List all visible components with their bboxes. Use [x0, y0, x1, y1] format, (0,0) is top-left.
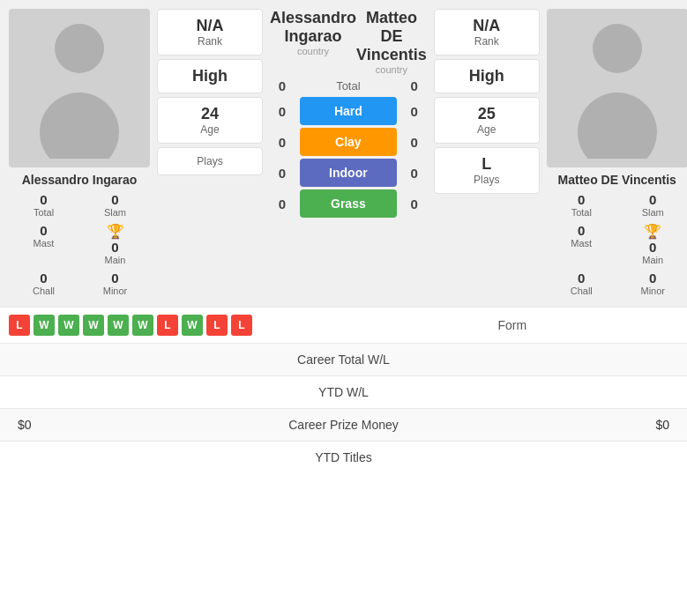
right-high-value: High [442, 67, 532, 85]
right-slam-cell: 0 Slam [618, 190, 687, 219]
left-total-value: 0 [40, 192, 47, 207]
form-section: L W W W W W L W L L Form [0, 307, 687, 343]
right-minor-value: 0 [649, 271, 656, 286]
left-player-avatar [9, 9, 150, 167]
right-main-value: 0 [649, 240, 656, 255]
form-badges-left: L W W W W W L W L L [9, 315, 341, 336]
grass-right-score: 0 [402, 197, 427, 212]
form-badge-5: W [108, 315, 129, 336]
right-plays-box: L Plays [434, 147, 540, 194]
ytd-titles-row: YTD Titles [0, 441, 687, 473]
clay-left-score: 0 [270, 135, 295, 150]
total-left-score: 0 [270, 78, 295, 93]
total-section: 0 Total 0 [270, 78, 427, 93]
career-prize-left: $0 [18, 418, 150, 432]
right-rank-box: N/A Rank [434, 9, 540, 56]
left-age-label: Age [165, 123, 255, 136]
career-prize-label: Career Prize Money [150, 418, 537, 432]
left-main-cell: 🏆 0 Main [80, 221, 150, 267]
left-rank-box: N/A Rank [157, 9, 263, 56]
clay-badge: Clay [300, 128, 397, 156]
form-badge-4: W [83, 315, 104, 336]
career-prize-right: $0 [537, 418, 669, 432]
left-name-line1: Alessandro [270, 9, 356, 27]
left-minor-label: Minor [103, 286, 128, 296]
hard-badge: Hard [300, 97, 397, 125]
right-player-name: Matteo DE Vincentis [558, 173, 676, 187]
center-area: Alessandro Ingarao country Matteo DE Vin… [270, 9, 427, 298]
left-trophy-icon: 🏆 [107, 223, 124, 240]
form-badge-7: L [157, 315, 178, 336]
left-plays-label: Plays [165, 155, 255, 167]
indoor-right-score: 0 [402, 166, 427, 181]
right-name-line1: Matteo DE [356, 9, 427, 46]
svg-point-2 [593, 24, 642, 73]
form-badge-1: L [9, 315, 30, 336]
left-mast-label: Mast [34, 238, 55, 249]
left-total-cell: 0 Total [9, 190, 78, 219]
form-badge-2: W [34, 315, 55, 336]
right-mast-label: Mast [571, 238, 592, 249]
left-slam-cell: 0 Slam [80, 190, 150, 219]
right-total-cell: 0 Total [547, 190, 616, 219]
right-chall-label: Chall [571, 286, 593, 296]
left-minor-value: 0 [111, 271, 118, 286]
main-container: Alessandro Ingarao 0 Total 0 Slam 0 Mast… [0, 0, 687, 473]
svg-point-1 [40, 93, 119, 159]
ytd-titles-label: YTD Titles [150, 450, 537, 464]
left-main-label: Main [105, 255, 126, 265]
total-right-score: 0 [402, 78, 427, 93]
right-middle-stats: N/A Rank High 25 Age L Plays [434, 9, 540, 298]
right-total-value: 0 [578, 192, 585, 207]
clay-right-score: 0 [402, 135, 427, 150]
left-avatar-svg [35, 18, 123, 159]
grass-badge: Grass [300, 189, 397, 218]
left-player-name: Alessandro Ingarao [22, 173, 138, 187]
left-high-value: High [165, 67, 255, 85]
right-trophy-icon: 🏆 [644, 223, 661, 240]
right-slam-label: Slam [642, 207, 664, 218]
indoor-row: 0 Indoor 0 [270, 159, 427, 187]
left-mast-value: 0 [40, 223, 47, 238]
left-chall-label: Chall [33, 286, 55, 296]
right-total-label: Total [571, 207, 592, 218]
right-rank-label: Rank [442, 35, 532, 48]
right-mast-cell: 0 Mast [547, 221, 616, 267]
right-slam-value: 0 [649, 192, 656, 207]
top-section: Alessandro Ingarao 0 Total 0 Slam 0 Mast… [0, 0, 687, 307]
career-total-label: Career Total W/L [150, 353, 537, 367]
left-rank-label: Rank [165, 35, 255, 48]
form-badge-10: L [231, 315, 252, 336]
right-high-box: High [434, 59, 540, 93]
form-badge-3: W [58, 315, 79, 336]
left-chall-cell: 0 Chall [9, 269, 78, 298]
ytd-wl-label: YTD W/L [150, 385, 537, 399]
left-age-value: 24 [165, 105, 255, 123]
right-plays-value: L [442, 155, 532, 174]
left-center-name: Alessandro Ingarao country [270, 9, 356, 75]
hard-right-score: 0 [402, 104, 427, 119]
left-high-box: High [157, 59, 263, 93]
right-rank-value: N/A [442, 17, 532, 35]
left-player-stats: 0 Total 0 Slam 0 Mast 🏆 0 Main 0 [9, 190, 150, 298]
right-player-avatar [547, 9, 687, 167]
right-chall-cell: 0 Chall [547, 269, 616, 298]
right-main-label: Main [642, 255, 663, 265]
hard-left-score: 0 [270, 104, 295, 119]
left-age-box: 24 Age [157, 97, 263, 144]
grass-left-score: 0 [270, 197, 295, 212]
form-badge-6: W [132, 315, 153, 336]
center-scores: 0 Hard 0 0 Clay 0 0 Indoor 0 0 Grass [270, 97, 427, 218]
left-rank-value: N/A [165, 17, 255, 35]
clay-row: 0 Clay 0 [270, 128, 427, 156]
left-total-label: Total [34, 207, 54, 218]
left-slam-value: 0 [111, 192, 118, 207]
svg-point-0 [55, 24, 104, 73]
right-age-label: Age [442, 123, 532, 136]
left-slam-label: Slam [104, 207, 126, 218]
form-badge-9: L [206, 315, 228, 336]
total-label: Total [300, 79, 397, 93]
ytd-wl-row: YTD W/L [0, 375, 687, 408]
right-minor-cell: 0 Minor [618, 269, 687, 298]
career-total-row: Career Total W/L [0, 343, 687, 375]
